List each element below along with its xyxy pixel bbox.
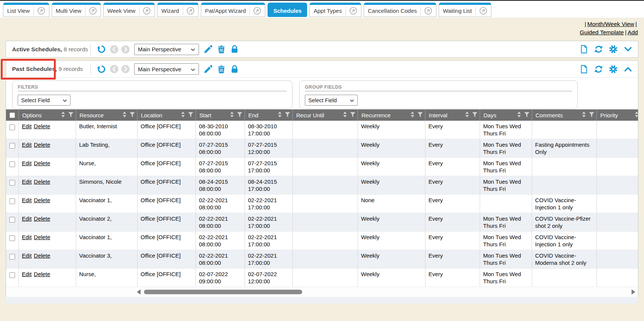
column-header-comments[interactable]: Comments	[532, 109, 597, 121]
delete-perspective-icon[interactable]	[217, 65, 226, 74]
perspective-select[interactable]: Main Perspective	[134, 44, 199, 55]
delete-link[interactable]: Delete	[34, 178, 50, 185]
row-checkbox[interactable]	[9, 143, 15, 149]
edit-link[interactable]: Edit	[22, 123, 32, 129]
table-row[interactable]: EditDeleteNurse,Office [OFFICE]02-07-202…	[6, 269, 638, 287]
table-row[interactable]: EditDeleteVaccinator 1,Office [OFFICE]02…	[6, 232, 638, 250]
open-in-new-window-icon[interactable]	[349, 7, 357, 15]
column-header-days[interactable]: Days	[480, 109, 532, 121]
filter-funnel-icon[interactable]	[472, 112, 478, 119]
next-perspective-icon[interactable]	[121, 45, 130, 54]
table-row[interactable]: EditDeleteVaccinator 3,Office [OFFICE]02…	[6, 250, 638, 269]
column-header-recur-until[interactable]: Recur Until	[292, 109, 358, 121]
table-row[interactable]: EditDeleteButler, InternistOffice [OFFIC…	[6, 121, 638, 139]
perspective-select[interactable]: Main Perspective	[134, 63, 199, 75]
lock-icon[interactable]	[230, 65, 239, 74]
export-document-icon[interactable]	[579, 65, 589, 74]
column-header-location[interactable]: Location	[137, 109, 196, 121]
column-header-priority[interactable]: Priority	[597, 109, 638, 121]
edit-link[interactable]: Edit	[22, 160, 32, 166]
delete-link[interactable]: Delete	[34, 160, 50, 166]
settings-gear-icon[interactable]	[609, 65, 618, 74]
scroll-right-arrow-icon[interactable]	[632, 289, 635, 295]
tab-schedules[interactable]: Schedules	[268, 3, 307, 17]
month-week-view-link[interactable]: Month/Week View	[587, 21, 634, 27]
prev-perspective-icon[interactable]	[110, 45, 118, 54]
filter-funnel-icon[interactable]	[524, 112, 530, 119]
table-row[interactable]: EditDeleteVaccinator 1,Office [OFFICE]02…	[6, 195, 638, 213]
scrollbar-thumb[interactable]	[144, 290, 302, 294]
edit-link[interactable]: Edit	[22, 215, 32, 222]
table-row[interactable]: EditDeleteVaccinator 2,Office [OFFICE]02…	[6, 213, 638, 232]
sort-icon[interactable]	[343, 111, 347, 119]
column-header-end[interactable]: End	[245, 109, 292, 121]
row-checkbox[interactable]	[9, 161, 15, 167]
row-checkbox[interactable]	[9, 124, 15, 130]
column-header-recurrence[interactable]: Recurrence	[358, 109, 425, 121]
settings-gear-icon[interactable]	[609, 45, 618, 54]
edit-link[interactable]: Edit	[22, 141, 32, 148]
group-fields-select[interactable]: Select Field	[305, 95, 358, 106]
select-all-checkbox[interactable]	[9, 112, 15, 118]
sort-icon[interactable]	[61, 111, 66, 119]
sort-icon[interactable]	[634, 111, 638, 119]
filter-funnel-icon[interactable]	[188, 112, 194, 119]
open-in-new-window-icon[interactable]	[187, 7, 194, 15]
edit-link[interactable]: Edit	[22, 234, 32, 240]
delete-link[interactable]: Delete	[34, 234, 50, 240]
column-header-resource[interactable]: Resource	[76, 109, 137, 121]
sort-icon[interactable]	[410, 111, 415, 119]
column-header-options[interactable]: Options	[18, 109, 76, 121]
sort-icon[interactable]	[581, 111, 586, 119]
delete-link[interactable]: Delete	[34, 215, 50, 222]
filter-funnel-icon[interactable]	[350, 112, 356, 119]
filter-funnel-icon[interactable]	[589, 112, 595, 119]
scroll-left-arrow-icon[interactable]	[137, 289, 141, 295]
filter-funnel-icon[interactable]	[285, 112, 291, 119]
edit-link[interactable]: Edit	[22, 271, 32, 277]
open-in-new-window-icon[interactable]	[37, 7, 45, 15]
delete-link[interactable]: Delete	[34, 271, 50, 277]
tab-cancellation-codes[interactable]: Cancellation Codes	[364, 3, 436, 17]
sort-icon[interactable]	[517, 111, 522, 119]
tab-multi-view[interactable]: Multi View	[52, 3, 101, 17]
row-checkbox[interactable]	[9, 235, 15, 241]
edit-link[interactable]: Edit	[22, 178, 32, 185]
delete-link[interactable]: Delete	[34, 141, 50, 148]
tab-appt-types[interactable]: Appt Types	[309, 3, 361, 17]
filter-funnel-icon[interactable]	[237, 112, 243, 119]
export-document-icon[interactable]	[579, 45, 589, 54]
column-header-interval[interactable]: Interval	[425, 109, 480, 121]
guided-template-link[interactable]: Guided Template	[580, 29, 624, 35]
refresh-icon[interactable]	[594, 65, 603, 74]
open-in-new-window-icon[interactable]	[479, 7, 487, 15]
filter-funnel-icon[interactable]	[129, 112, 135, 119]
delete-link[interactable]: Delete	[34, 197, 50, 203]
sort-icon[interactable]	[181, 111, 185, 119]
sort-icon[interactable]	[277, 111, 282, 119]
horizontal-scrollbar[interactable]	[6, 287, 638, 297]
refresh-icon[interactable]	[594, 45, 603, 54]
table-row[interactable]: EditDeleteNurse,Office [OFFICE]07-27-201…	[6, 158, 638, 176]
row-checkbox[interactable]	[9, 272, 15, 278]
column-header-start[interactable]: Start	[196, 109, 245, 121]
sort-icon[interactable]	[122, 111, 127, 119]
edit-perspective-icon[interactable]	[203, 45, 213, 54]
open-in-new-window-icon[interactable]	[424, 7, 432, 15]
filter-funnel-icon[interactable]	[417, 112, 423, 119]
add-link[interactable]: Add	[627, 29, 638, 35]
lock-icon[interactable]	[230, 45, 239, 54]
delete-link[interactable]: Delete	[34, 123, 50, 129]
table-row[interactable]: EditDeleteSimmons, NicoleOffice [OFFICE]…	[6, 176, 638, 195]
tab-pat-appt-wizard[interactable]: Pat/Appt Wizard	[201, 3, 265, 17]
delete-perspective-icon[interactable]	[217, 45, 226, 54]
edit-perspective-icon[interactable]	[203, 65, 213, 74]
open-in-new-window-icon[interactable]	[143, 7, 151, 15]
undo-icon[interactable]	[97, 45, 106, 54]
prev-perspective-icon[interactable]	[110, 65, 118, 73]
tab-list-view[interactable]: List View	[3, 3, 49, 17]
collapse-chevron-up-icon[interactable]	[623, 65, 633, 74]
row-checkbox[interactable]	[9, 217, 15, 223]
row-checkbox[interactable]	[9, 254, 15, 260]
open-in-new-window-icon[interactable]	[253, 7, 261, 15]
